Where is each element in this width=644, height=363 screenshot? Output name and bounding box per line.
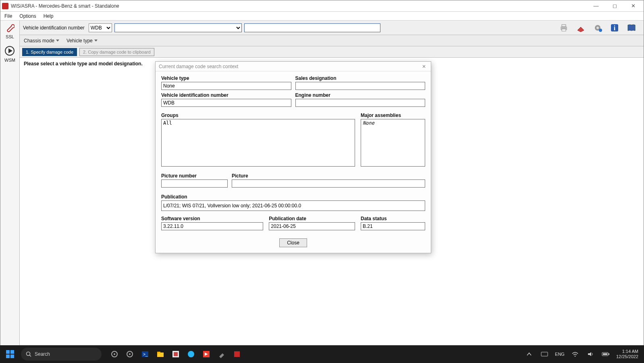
svg-point-7 [596, 27, 599, 29]
tray-language[interactable]: ENG [555, 352, 565, 357]
svg-point-27 [188, 351, 194, 357]
window-controls: — ◻ ✕ [587, 1, 642, 11]
svg-point-32 [575, 356, 576, 357]
field-vin[interactable] [161, 99, 291, 107]
vehicle-type-dropdown[interactable]: Vehicle type [66, 38, 98, 44]
tray-time: 1:14 AM [622, 349, 638, 354]
taskbar-settings-icon[interactable] [110, 349, 119, 359]
taskbar-anydesk-icon[interactable] [202, 349, 211, 359]
svg-rect-36 [603, 353, 607, 355]
info-icon[interactable]: i [609, 22, 620, 33]
vin-label: Vehicle identification number [23, 25, 85, 31]
taskbar-browser-icon[interactable] [186, 349, 196, 359]
label-groups: Groups [161, 113, 355, 118]
rail-ssl-button[interactable]: SSL [6, 24, 15, 39]
svg-line-16 [29, 355, 31, 357]
tray-battery-icon[interactable] [601, 349, 611, 359]
steps-bar: 1. Specify damage code 2. Copy damage co… [20, 46, 644, 58]
field-publication-date[interactable] [269, 222, 355, 230]
tray-clock[interactable]: 1:14 AM 12/25/2022 [616, 349, 641, 359]
taskbar-app1-icon[interactable] [171, 349, 181, 359]
field-engine-number[interactable] [295, 99, 426, 107]
label-publication-date: Publication date [269, 216, 355, 221]
eraser-icon[interactable] [575, 22, 586, 33]
field-sales-designation[interactable] [295, 82, 426, 90]
svg-rect-14 [10, 355, 14, 358]
svg-rect-3 [562, 25, 566, 27]
menu-help[interactable]: Help [42, 13, 55, 20]
search-placeholder: Search [35, 351, 50, 357]
field-groups[interactable]: All [161, 119, 355, 167]
windows-icon [6, 350, 15, 359]
menubar: File Options Help [0, 12, 644, 21]
taskbar-app-icons: >_ [110, 349, 242, 359]
left-rail: SSL WSM [0, 21, 20, 351]
svg-point-8 [599, 29, 602, 32]
book-icon[interactable] [626, 22, 637, 33]
taskbar-terminal-icon[interactable]: >_ [140, 349, 150, 359]
field-picture[interactable] [232, 179, 425, 188]
label-picture: Picture [232, 173, 425, 179]
svg-rect-24 [157, 352, 160, 353]
rail-wsm-button[interactable]: WSM [4, 46, 15, 63]
gear-icon[interactable] [592, 22, 603, 33]
label-data-status: Data status [361, 216, 425, 221]
taskbar-right: ENG 1:14 AM 12/25/2022 [524, 349, 641, 359]
window-title: WIS/ASRA - Mercedes-Benz & smart - Stand… [11, 3, 587, 9]
field-publication[interactable] [161, 200, 425, 211]
svg-rect-12 [10, 350, 14, 354]
tray-volume-icon[interactable] [586, 349, 595, 359]
dialog-title: Current damage code search context [159, 64, 238, 69]
label-sales-designation: Sales designation [295, 75, 426, 81]
field-data-status[interactable] [361, 222, 425, 230]
print-icon[interactable] [558, 22, 569, 33]
svg-marker-5 [578, 27, 584, 32]
svg-rect-13 [6, 355, 10, 358]
menu-file[interactable]: File [3, 13, 14, 20]
step-specify-damage-code[interactable]: 1. Specify damage code [22, 48, 77, 56]
close-button[interactable]: Close [279, 238, 307, 247]
taskbar-left: Search >_ [3, 347, 242, 361]
app-icon [2, 3, 8, 9]
vin-bar: Vehicle identification number WDB i [20, 21, 644, 35]
chassis-mode-label: Chassis mode [24, 38, 54, 44]
field-vehicle-type[interactable] [161, 82, 291, 90]
dialog-footer: Close [161, 233, 425, 247]
tray-wifi-icon[interactable] [570, 349, 580, 359]
label-picture-number: Picture number [161, 173, 228, 179]
label-major-assemblies: Major assemblies [361, 113, 425, 118]
menu-options[interactable]: Options [18, 13, 37, 20]
field-software-version[interactable] [161, 222, 263, 230]
chassis-mode-dropdown[interactable]: Chassis mode [24, 38, 59, 44]
minimize-button[interactable]: — [587, 1, 605, 11]
taskbar-gear-icon[interactable] [125, 349, 135, 359]
field-picture-number[interactable] [161, 179, 228, 188]
start-button[interactable] [3, 347, 17, 361]
tray-keyboard-icon[interactable] [540, 349, 549, 359]
svg-marker-1 [8, 48, 12, 53]
rail-wsm-label: WSM [4, 58, 15, 63]
vin-main-dropdown[interactable] [114, 23, 242, 32]
dialog-body: Vehicle type Sales designation Vehicle i… [156, 71, 431, 253]
taskbar-explorer-icon[interactable] [156, 349, 165, 359]
taskbar-app2-icon[interactable] [232, 349, 242, 359]
wrench-icon [6, 24, 15, 33]
svg-text:>_: >_ [143, 352, 148, 357]
label-publication: Publication [161, 194, 425, 200]
step-copy-to-clipboard: 2. Copy damage code to clipboard [79, 48, 154, 56]
field-major-assemblies[interactable]: None [361, 119, 425, 167]
svg-point-20 [129, 353, 131, 355]
taskbar-search[interactable]: Search [21, 348, 102, 361]
close-window-button[interactable]: ✕ [624, 1, 642, 11]
vin-extra-input[interactable] [244, 23, 380, 32]
play-circle-icon [4, 46, 15, 56]
titlebar: WIS/ASRA - Mercedes-Benz & smart - Stand… [0, 0, 644, 12]
vin-prefix-select[interactable]: WDB [89, 23, 112, 32]
maximize-button[interactable]: ◻ [606, 1, 623, 11]
taskbar: Search >_ ENG 1:14 AM 12/25/2022 [0, 345, 644, 363]
svg-rect-35 [609, 353, 609, 355]
svg-rect-26 [174, 352, 178, 356]
dialog-close-icon[interactable]: ✕ [420, 63, 428, 70]
taskbar-tool-icon[interactable] [217, 349, 226, 359]
tray-chevron-icon[interactable] [524, 349, 534, 359]
